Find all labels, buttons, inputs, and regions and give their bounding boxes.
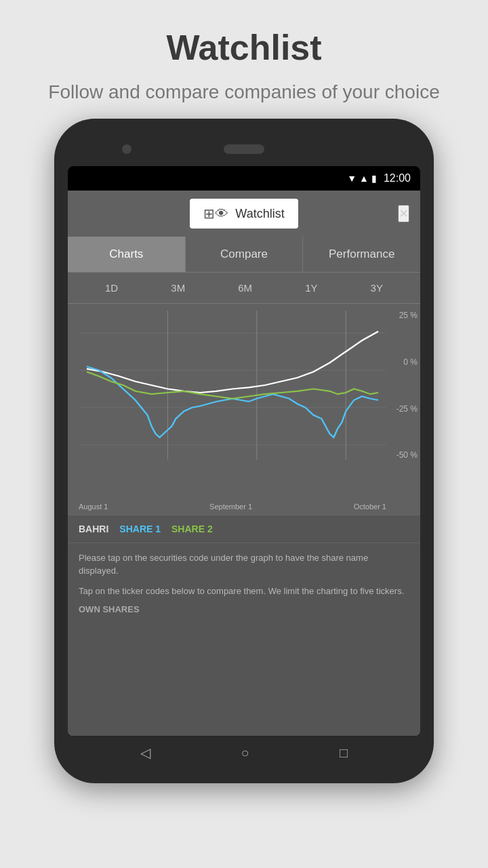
phone-top [68,132,420,166]
watchlist-icon: ⊞👁 [203,205,228,222]
legend-share2[interactable]: SHARE 2 [171,524,213,534]
y-label-neg50: -50 % [396,450,418,460]
time-1y[interactable]: 1Y [300,279,323,296]
chart-area: 25 % 0 % -25 % -50 % August 1 September … [68,304,420,515]
phone-bottom-nav: ◁ ○ □ [68,736,420,770]
share1-line [87,367,378,438]
page-title: Watchlist [48,27,439,68]
bahri-line [87,332,378,393]
own-shares-label: OWN SHARES [79,604,409,614]
y-label-0: 0 % [396,357,418,367]
time-6m[interactable]: 6M [232,279,258,296]
time-3y[interactable]: 3Y [365,279,388,296]
recent-apps-button[interactable]: □ [340,745,348,761]
app-topbar: ⊞👁 Watchlist × [68,191,420,237]
info-text-1: Please tap on the securities code under … [79,551,409,578]
tab-performance[interactable]: Performance [303,237,420,272]
legend-bahri[interactable]: BAHRI [79,524,108,534]
x-label-aug: August 1 [79,502,108,511]
chart-svg [79,311,386,460]
y-label-neg25: -25 % [396,404,418,414]
time-selector: 1D 3M 6M 1Y 3Y [68,273,420,304]
x-axis-labels: August 1 September 1 October 1 [79,502,386,511]
tab-compare[interactable]: Compare [186,237,304,272]
legend-bar: BAHRI SHARE 1 SHARE 2 [68,515,420,543]
x-label-sep: September 1 [209,502,252,511]
phone-frame: ▼ ▲ ▮ 12:00 ⊞👁 Watchlist × Charts [54,119,434,783]
info-text-2: Tap on the ticker codes below to compare… [79,585,409,598]
y-label-25: 25 % [396,311,418,320]
status-bar: ▼ ▲ ▮ 12:00 [68,166,420,191]
home-button[interactable]: ○ [241,745,249,761]
watchlist-dropdown-button[interactable]: ⊞👁 Watchlist [190,199,298,229]
page-header: Watchlist Follow and compare companies o… [7,0,480,119]
page-subtitle: Follow and compare companies of your cho… [48,79,439,105]
signal-icon: ▲ [359,173,369,184]
y-axis-labels: 25 % 0 % -25 % -50 % [396,311,418,460]
tabs-container: Charts Compare Performance [68,237,420,273]
close-button[interactable]: × [398,205,409,222]
back-button[interactable]: ◁ [140,745,150,761]
phone-camera [122,144,131,154]
app-content: ⊞👁 Watchlist × Charts Compare Performanc… [68,191,420,736]
status-icons: ▼ ▲ ▮ [347,173,377,184]
status-time: 12:00 [384,172,411,184]
battery-icon: ▮ [371,173,377,184]
info-section: Please tap on the securities code under … [68,543,420,736]
wifi-icon: ▼ [347,173,357,184]
time-1d[interactable]: 1D [100,279,123,296]
phone-screen: ▼ ▲ ▮ 12:00 ⊞👁 Watchlist × Charts [68,166,420,736]
time-3m[interactable]: 3M [165,279,190,296]
legend-share1[interactable]: SHARE 1 [119,524,161,534]
watchlist-dropdown-label: Watchlist [235,207,284,221]
tab-charts[interactable]: Charts [68,237,186,272]
x-label-oct: October 1 [354,502,386,511]
phone-speaker [224,144,264,154]
